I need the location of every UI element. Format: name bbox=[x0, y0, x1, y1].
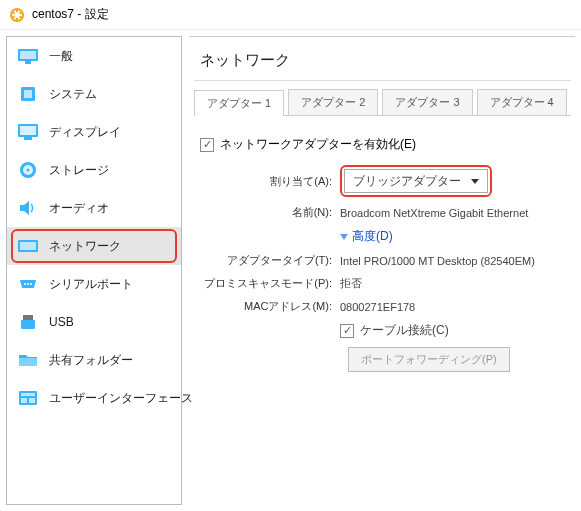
adapter-type-value: Intel PRO/1000 MT Desktop (82540EM) bbox=[340, 255, 565, 267]
ui-icon bbox=[17, 389, 39, 407]
svg-point-21 bbox=[24, 283, 26, 285]
svg-rect-26 bbox=[19, 358, 37, 366]
enable-adapter-row: ネットワークアダプターを有効化(E) bbox=[200, 136, 565, 153]
svg-rect-15 bbox=[24, 137, 32, 140]
sidebar-item-label: ユーザーインターフェース bbox=[49, 390, 193, 407]
disk-icon bbox=[17, 161, 39, 179]
svg-rect-29 bbox=[21, 398, 27, 403]
svg-rect-9 bbox=[20, 51, 36, 59]
svg-rect-12 bbox=[24, 90, 32, 98]
advanced-label: 高度(D) bbox=[352, 228, 393, 245]
app-icon bbox=[8, 6, 26, 24]
folder-icon bbox=[17, 351, 39, 369]
svg-point-7 bbox=[12, 11, 14, 13]
content-panel: ネットワーク アダプター 1 アダプター 2 アダプター 3 アダプター 4 ネ… bbox=[190, 36, 575, 505]
svg-point-3 bbox=[19, 11, 21, 13]
svg-point-4 bbox=[19, 15, 21, 17]
svg-point-6 bbox=[12, 15, 14, 17]
attached-value: ブリッジアダプター bbox=[353, 173, 461, 190]
sidebar-item-label: ストレージ bbox=[49, 162, 109, 179]
tab-adapter-3[interactable]: アダプター 3 bbox=[382, 89, 472, 115]
enable-adapter-checkbox[interactable] bbox=[200, 138, 214, 152]
tab-adapter-2[interactable]: アダプター 2 bbox=[288, 89, 378, 115]
svg-rect-25 bbox=[21, 320, 35, 329]
chip-icon bbox=[17, 85, 39, 103]
adapter-tabs: アダプター 1 アダプター 2 アダプター 3 アダプター 4 bbox=[194, 89, 571, 116]
mac-label: MACアドレス(M): bbox=[200, 299, 340, 314]
triangle-down-icon bbox=[340, 234, 348, 240]
promisc-label: プロミスキャスモード(P): bbox=[200, 276, 340, 291]
serial-icon bbox=[17, 275, 39, 293]
svg-rect-28 bbox=[21, 393, 35, 396]
attached-highlight: ブリッジアダプター bbox=[340, 165, 492, 197]
svg-point-23 bbox=[30, 283, 32, 285]
svg-point-22 bbox=[27, 283, 29, 285]
svg-rect-20 bbox=[20, 242, 36, 250]
tab-adapter-1[interactable]: アダプター 1 bbox=[194, 90, 284, 116]
sidebar-item-display[interactable]: ディスプレイ bbox=[7, 113, 181, 151]
tab-adapter-4[interactable]: アダプター 4 bbox=[477, 89, 567, 115]
speaker-icon bbox=[17, 199, 39, 217]
sidebar-item-label: シリアルポート bbox=[49, 276, 133, 293]
sidebar-item-label: USB bbox=[49, 315, 74, 329]
sidebar-item-network[interactable]: ネットワーク bbox=[7, 227, 181, 265]
usb-icon bbox=[17, 313, 39, 331]
sidebar-item-system[interactable]: システム bbox=[7, 75, 181, 113]
network-icon bbox=[17, 237, 39, 255]
sidebar-item-label: 共有フォルダー bbox=[49, 352, 133, 369]
advanced-toggle[interactable]: 高度(D) bbox=[340, 228, 393, 245]
sidebar-item-label: ネットワーク bbox=[49, 238, 121, 255]
svg-rect-14 bbox=[20, 126, 36, 135]
attached-label: 割り当て(A): bbox=[200, 174, 340, 189]
sidebar-item-audio[interactable]: オーディオ bbox=[7, 189, 181, 227]
name-label: 名前(N): bbox=[200, 205, 340, 220]
mac-value: 0800271EF178 bbox=[340, 301, 565, 313]
window-title: centos7 - 設定 bbox=[32, 6, 109, 23]
display-icon bbox=[17, 123, 39, 141]
name-value: Broadcom NetXtreme Gigabit Ethernet bbox=[340, 207, 565, 219]
cable-checkbox[interactable] bbox=[340, 324, 354, 338]
titlebar: centos7 - 設定 bbox=[0, 0, 581, 30]
chevron-down-icon bbox=[471, 179, 479, 184]
svg-rect-30 bbox=[29, 398, 35, 403]
promisc-value: 拒否 bbox=[340, 276, 565, 291]
svg-rect-24 bbox=[23, 315, 33, 320]
sidebar-item-ui[interactable]: ユーザーインターフェース bbox=[7, 379, 181, 417]
sidebar-item-label: システム bbox=[49, 86, 97, 103]
sidebar-item-serial[interactable]: シリアルポート bbox=[7, 265, 181, 303]
svg-point-5 bbox=[16, 17, 18, 19]
cable-label: ケーブル接続(C) bbox=[360, 322, 449, 339]
sidebar-item-general[interactable]: 一般 bbox=[7, 37, 181, 75]
attached-dropdown[interactable]: ブリッジアダプター bbox=[344, 169, 488, 193]
sidebar-item-label: 一般 bbox=[49, 48, 73, 65]
sidebar: 一般 システム ディスプレイ ストレージ オーディオ ネットワーク シリアルポー… bbox=[6, 36, 182, 505]
sidebar-item-shared[interactable]: 共有フォルダー bbox=[7, 341, 181, 379]
sidebar-item-storage[interactable]: ストレージ bbox=[7, 151, 181, 189]
sidebar-item-label: ディスプレイ bbox=[49, 124, 121, 141]
svg-rect-10 bbox=[25, 61, 31, 64]
sidebar-item-label: オーディオ bbox=[49, 200, 109, 217]
enable-adapter-label: ネットワークアダプターを有効化(E) bbox=[220, 136, 416, 153]
monitor-icon bbox=[17, 47, 39, 65]
page-title: ネットワーク bbox=[194, 37, 571, 81]
sidebar-item-usb[interactable]: USB bbox=[7, 303, 181, 341]
svg-point-2 bbox=[16, 9, 18, 11]
adapter-type-label: アダプタータイプ(T): bbox=[200, 253, 340, 268]
svg-point-18 bbox=[27, 169, 30, 172]
port-forwarding-button[interactable]: ポートフォワーディング(P) bbox=[348, 347, 510, 372]
